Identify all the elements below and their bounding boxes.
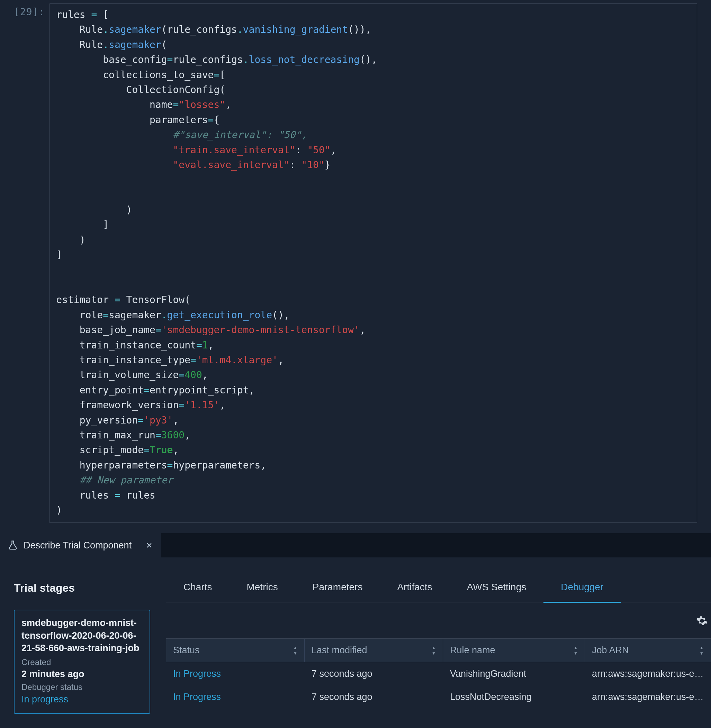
- sort-icon[interactable]: [293, 645, 297, 656]
- panel-tab-title: Describe Trial Component: [24, 540, 131, 551]
- col-last-modified[interactable]: Last modified: [305, 639, 443, 662]
- tab-artifacts[interactable]: Artifacts: [380, 582, 449, 602]
- col-job-arn[interactable]: Job ARN: [585, 639, 711, 662]
- tab-metrics[interactable]: Metrics: [229, 582, 295, 602]
- tab-parameters[interactable]: Parameters: [295, 582, 380, 602]
- debugger-status-label: Debugger status: [21, 682, 143, 693]
- created-label: Created: [21, 657, 143, 668]
- created-value: 2 minutes ago: [21, 668, 143, 680]
- cell-prompt: [29]:: [14, 3, 50, 523]
- cell-rule-name: LossNotDecreasing: [443, 685, 585, 709]
- sort-icon[interactable]: [574, 645, 578, 656]
- cell-status: In Progress: [166, 662, 305, 685]
- table-row[interactable]: In Progress 7 seconds ago LossNotDecreas…: [166, 685, 711, 709]
- trial-main: Charts Metrics Parameters Artifacts AWS …: [166, 582, 711, 714]
- table-header: Status Last modified Rule name Job ARN: [166, 638, 711, 662]
- cell-job-arn: arn:aws:sagemaker:us-e…: [585, 685, 711, 709]
- panel-tab-bar: Describe Trial Component ×: [0, 533, 711, 557]
- close-icon[interactable]: ×: [146, 540, 152, 551]
- cell-last-modified: 7 seconds ago: [305, 662, 443, 685]
- flask-icon: [7, 540, 18, 551]
- debugger-status-value: In progress: [21, 693, 143, 706]
- detail-tabs: Charts Metrics Parameters Artifacts AWS …: [166, 582, 711, 603]
- tab-aws-settings[interactable]: AWS Settings: [450, 582, 544, 602]
- tab-charts[interactable]: Charts: [166, 582, 229, 602]
- panel-tab-describe-trial[interactable]: Describe Trial Component ×: [0, 533, 162, 557]
- sort-icon[interactable]: [699, 645, 704, 656]
- trial-stages-sidebar: Trial stages smdebugger-demo-mnist-tenso…: [14, 582, 150, 714]
- cell-status: In Progress: [166, 685, 305, 709]
- table-row[interactable]: In Progress 7 seconds ago VanishingGradi…: [166, 662, 711, 685]
- col-status[interactable]: Status: [166, 639, 305, 662]
- col-rule-name[interactable]: Rule name: [443, 639, 585, 662]
- trial-stage-card[interactable]: smdebugger-demo-mnist-tensorflow-2020-06…: [14, 610, 150, 714]
- gear-icon[interactable]: [696, 615, 708, 626]
- cell-rule-name: VanishingGradient: [443, 662, 585, 685]
- trial-body: Trial stages smdebugger-demo-mnist-tenso…: [0, 557, 711, 728]
- code-input[interactable]: rules = [ Rule.sagemaker(rule_configs.va…: [50, 3, 697, 523]
- sort-icon[interactable]: [432, 645, 436, 656]
- tab-debugger[interactable]: Debugger: [543, 582, 621, 603]
- cell-job-arn: arn:aws:sagemaker:us-e…: [585, 662, 711, 685]
- cell-last-modified: 7 seconds ago: [305, 685, 443, 709]
- trial-stages-heading: Trial stages: [14, 582, 150, 594]
- debugger-rules-table: Status Last modified Rule name Job ARN I…: [166, 638, 711, 709]
- code-cell: [29]: rules = [ Rule.sagemaker(rule_conf…: [0, 0, 711, 533]
- trial-job-name: smdebugger-demo-mnist-tensorflow-2020-06…: [21, 617, 143, 654]
